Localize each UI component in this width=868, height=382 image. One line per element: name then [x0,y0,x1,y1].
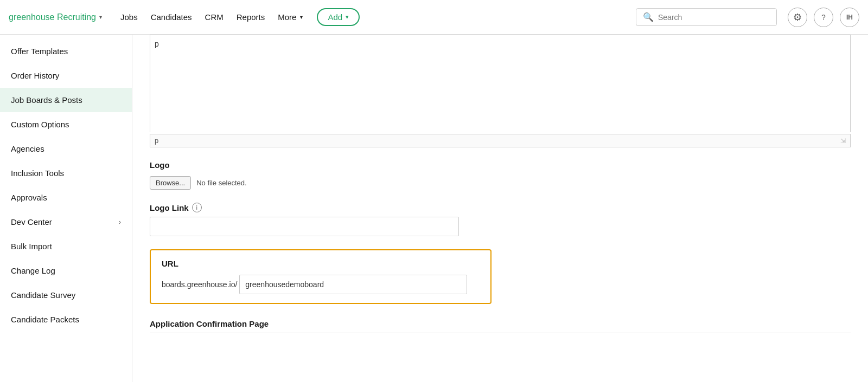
sidebar-item-change-log[interactable]: Change Log [0,258,132,283]
nav-more[interactable]: More ▾ [272,8,308,26]
sidebar-item-candidate-packets[interactable]: Candidate Packets [0,307,132,332]
search-input[interactable] [658,13,770,22]
sidebar-item-approvals[interactable]: Approvals [0,185,132,210]
search-area: 🔍 [636,8,777,26]
url-prefix-label: boards.greenhouse.io/ [162,280,237,289]
section-divider [150,333,851,333]
content-textarea[interactable]: p [150,35,851,132]
settings-icon-button[interactable]: ⚙ [788,8,807,27]
no-file-label: No file selected. [196,179,247,187]
search-icon: 🔍 [643,12,654,22]
textarea-bottom-bar: p ⇲ [150,134,851,147]
url-input[interactable] [239,275,467,294]
gear-icon: ⚙ [793,11,802,23]
browse-button[interactable]: Browse... [150,176,191,190]
brand-name: greenhouse Recruiting [9,12,96,22]
brand-chevron-icon: ▾ [99,14,102,20]
nav-crm[interactable]: CRM [200,8,229,26]
nav-reports[interactable]: Reports [231,8,271,26]
url-row: boards.greenhouse.io/ [162,275,480,294]
logo-link-info-icon[interactable]: i [192,203,202,212]
nav-jobs[interactable]: Jobs [115,8,143,26]
app-confirm-label: Application Confirmation Page [150,319,851,328]
user-initials: IH [846,14,853,21]
page-body: Offer Templates Order History Job Boards… [0,35,868,382]
user-avatar-button[interactable]: IH [840,8,859,27]
add-button[interactable]: Add ▾ [317,8,360,26]
top-navigation: greenhouse Recruiting ▾ Jobs Candidates … [0,0,868,35]
logo-section-label: Logo [150,160,851,170]
sidebar: Offer Templates Order History Job Boards… [0,35,132,382]
logo-link-section-label: Logo Link [150,203,189,212]
sidebar-item-custom-options[interactable]: Custom Options [0,112,132,137]
textarea-status-label: p [155,137,158,145]
app-confirmation-section: Application Confirmation Page [150,319,851,333]
main-content: p p ⇲ Logo Browse... No file selected. L… [132,35,868,382]
chevron-right-icon: › [119,218,121,226]
url-section-label: URL [162,259,480,268]
nav-links: Jobs Candidates CRM Reports More ▾ [115,8,308,26]
sidebar-item-candidate-survey[interactable]: Candidate Survey [0,283,132,307]
sidebar-item-job-boards-posts[interactable]: Job Boards & Posts [0,88,132,112]
logo-browse-row: Browse... No file selected. [150,176,851,190]
logo-link-label-row: Logo Link i [150,203,851,212]
nav-candidates[interactable]: Candidates [145,8,197,26]
sidebar-item-bulk-import[interactable]: Bulk Import [0,234,132,258]
sidebar-item-agencies[interactable]: Agencies [0,137,132,161]
nav-icon-area: ⚙ ? IH [788,8,859,27]
help-icon: ? [821,13,826,22]
resize-handle-icon[interactable]: ⇲ [840,137,846,145]
sidebar-item-order-history[interactable]: Order History [0,63,132,88]
logo-link-input[interactable] [150,217,459,236]
sidebar-item-dev-center[interactable]: Dev Center › [0,210,132,234]
sidebar-item-offer-templates[interactable]: Offer Templates [0,39,132,63]
logo-section: Logo Browse... No file selected. [150,160,851,190]
logo-link-section: Logo Link i [150,203,851,236]
textarea-section: p p ⇲ [150,35,851,147]
brand-logo[interactable]: greenhouse Recruiting ▾ [9,12,102,22]
help-icon-button[interactable]: ? [814,8,833,27]
sidebar-item-inclusion-tools[interactable]: Inclusion Tools [0,161,132,185]
url-section: URL boards.greenhouse.io/ [150,249,492,304]
